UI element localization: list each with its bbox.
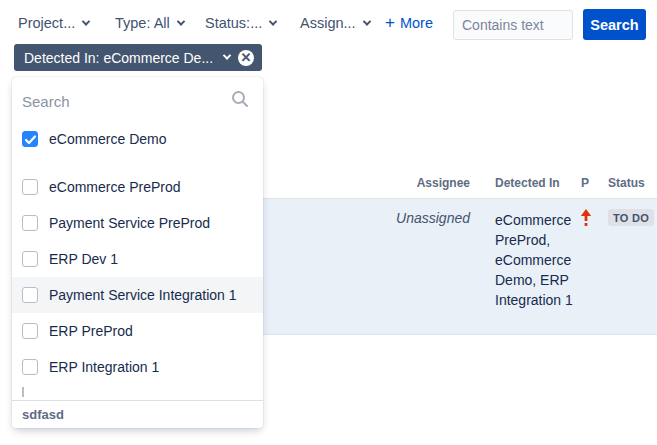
more-filters-label: More (400, 15, 433, 31)
column-header-assignee[interactable]: Assignee (323, 176, 470, 190)
more-filters-button[interactable]: + More (385, 15, 433, 31)
checkbox-icon[interactable] (22, 287, 38, 303)
checkbox-checked-icon[interactable] (22, 131, 38, 147)
dropdown-search-row (12, 77, 263, 121)
option-payment-service-preprod[interactable]: Payment Service PreProd (12, 205, 263, 241)
status-badge: TO DO (608, 209, 654, 226)
highest-priority-icon (579, 208, 593, 231)
chevron-down-icon (223, 51, 231, 59)
checkbox-icon[interactable] (22, 215, 38, 231)
filter-bar: Project... Type: All Status:... Assign..… (0, 0, 657, 44)
assignee-filter-label: Assign... (300, 15, 356, 31)
status-cell: TO DO (608, 209, 654, 226)
option-label: ERP Dev 1 (49, 251, 118, 267)
search-icon (231, 90, 249, 112)
assignee-cell: Unassigned (323, 210, 470, 226)
option-label: Payment Service Integration 1 (49, 287, 237, 303)
option-erp-integration-1[interactable]: ERP Integration 1 (12, 349, 263, 385)
dropdown-option-list: eCommerce Demo eCommerce PreProd Payment… (12, 121, 263, 397)
option-label: eCommerce Demo (49, 131, 166, 147)
chevron-down-icon (362, 17, 370, 25)
chevron-down-icon (269, 17, 277, 25)
type-filter-dropdown[interactable]: Type: All (115, 15, 184, 31)
detected-in-dropdown-panel: eCommerce Demo eCommerce PreProd Payment… (12, 77, 263, 428)
detected-in-chip-label: Detected In: eCommerce De... (24, 50, 220, 66)
option-erp-preprod[interactable]: ERP PreProd (12, 313, 263, 349)
issues-table: Assignee Detected In P Status Unassigned… (263, 172, 657, 335)
detected-in-filter-chip[interactable]: Detected In: eCommerce De... ✕ (14, 44, 262, 71)
option-label: ERP Integration 1 (49, 359, 159, 375)
checkbox-icon[interactable] (22, 179, 38, 195)
dropdown-search-input[interactable] (22, 89, 222, 113)
column-header-detected-in[interactable]: Detected In (495, 176, 560, 190)
checkbox-icon[interactable] (22, 359, 38, 375)
checkbox-icon (22, 387, 24, 397)
option-label: eCommerce PreProd (49, 179, 181, 195)
option-payment-service-integration-1[interactable]: Payment Service Integration 1 (12, 277, 263, 313)
search-button[interactable]: Search (583, 9, 646, 40)
table-row[interactable]: Unassigned eCommerce PreProd, eCommerce … (263, 198, 657, 335)
option-label: ERP PreProd (49, 323, 133, 339)
dropdown-footer: sdfasd (12, 400, 263, 428)
assignee-filter-dropdown[interactable]: Assign... (300, 15, 370, 31)
option-erp-dev-1[interactable]: ERP Dev 1 (12, 241, 263, 277)
detected-in-cell: eCommerce PreProd, eCommerce Demo, ERP I… (495, 210, 577, 310)
checkbox-icon[interactable] (22, 323, 38, 339)
plus-icon: + (385, 16, 395, 30)
clear-filter-icon[interactable]: ✕ (238, 50, 254, 66)
dropdown-footer-text: sdfasd (22, 407, 64, 422)
option-label: Payment Service PreProd (49, 215, 210, 231)
option-ecommerce-demo[interactable]: eCommerce Demo (12, 121, 263, 157)
chevron-down-icon (177, 17, 185, 25)
table-header-row: Assignee Detected In P Status (263, 172, 657, 198)
contains-text-input[interactable] (453, 10, 573, 40)
issue-filter-page: Assignee Detected In P Status Unassigned… (0, 0, 657, 445)
option-clipped[interactable] (12, 387, 263, 397)
chevron-down-icon (82, 17, 90, 25)
column-header-status[interactable]: Status (608, 176, 645, 190)
type-filter-label: Type: All (115, 15, 170, 31)
status-filter-label: Status:... (205, 15, 262, 31)
project-filter-dropdown[interactable]: Project... (18, 15, 89, 31)
column-header-priority[interactable]: P (581, 176, 589, 190)
option-ecommerce-preprod[interactable]: eCommerce PreProd (12, 169, 263, 205)
project-filter-label: Project... (18, 15, 75, 31)
checkbox-icon[interactable] (22, 251, 38, 267)
status-filter-dropdown[interactable]: Status:... (205, 15, 276, 31)
